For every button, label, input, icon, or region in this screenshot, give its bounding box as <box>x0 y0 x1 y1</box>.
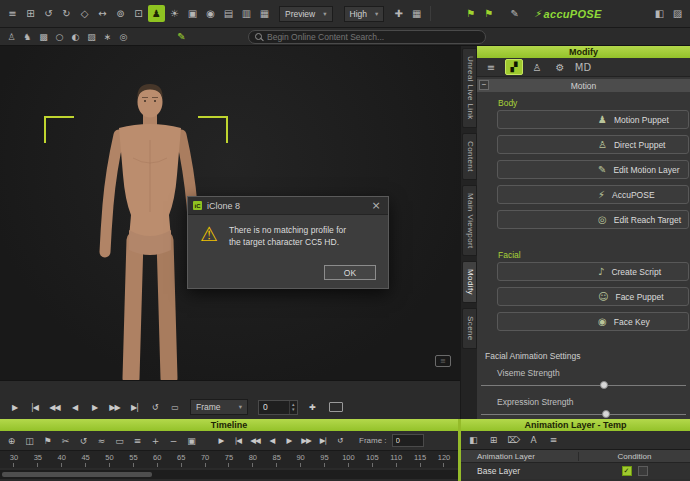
dock-panel-icon[interactable]: ◧ <box>651 5 668 22</box>
go-start-button[interactable]: |◀ <box>25 399 44 415</box>
step-down-icon[interactable]: ▾ <box>290 407 297 413</box>
fast-forward-button[interactable]: ▶▶ <box>105 399 124 415</box>
timeline-scrollbar-thumb[interactable] <box>2 472 152 477</box>
close-icon[interactable]: × <box>369 199 383 212</box>
timeline-scrollbar[interactable] <box>0 470 458 479</box>
collect-clip-icon[interactable]: ◫ <box>21 433 38 448</box>
break-clip-icon[interactable]: ✂ <box>57 433 74 448</box>
timeline-ruler[interactable]: 30 35 40 45 50 55 60 65 70 75 80 85 <box>0 451 458 468</box>
display-monitor-icon[interactable] <box>329 402 343 412</box>
tl-step-forward-button[interactable]: ▶ <box>281 433 297 449</box>
edit-reach-target-button[interactable]: ◎ Edit Reach Target <box>497 210 689 229</box>
create-script-button[interactable]: ♪ Create Script <box>497 262 689 281</box>
loop-button[interactable]: ↺ <box>145 399 164 415</box>
go-end-button[interactable]: ▶| <box>125 399 144 415</box>
tab-content[interactable]: Content <box>462 133 477 180</box>
motion-director-icon[interactable]: MD <box>574 59 592 75</box>
tl-play-button[interactable]: ▶ <box>213 433 229 449</box>
face-puppet-button[interactable]: ☺ Face Puppet <box>497 287 689 306</box>
render-icon[interactable]: ▣ <box>184 5 201 22</box>
timeline-header[interactable]: Timeline <box>0 419 458 431</box>
zoom-fit-icon[interactable]: ▣ <box>183 433 200 448</box>
expression-strength-slider[interactable]: Expression Strength <box>477 390 690 419</box>
tab-scene[interactable]: Scene <box>462 308 477 349</box>
keyframe-icon[interactable]: ✚ <box>303 399 322 415</box>
motion-icon[interactable]: ♞ <box>20 29 35 44</box>
preview-mode-dropdown[interactable]: Preview ▾ <box>279 6 333 22</box>
accupose-tool-icon[interactable]: ♟ <box>148 5 165 22</box>
material-icon[interactable]: ◐ <box>68 29 83 44</box>
condition-checkbox-empty[interactable] <box>638 466 648 476</box>
tl-go-end-button[interactable]: ▶| <box>315 433 331 449</box>
flag-icon-2[interactable]: ⚑ <box>480 5 497 22</box>
add-track-icon[interactable]: ⊕ <box>3 433 20 448</box>
viewport-3d[interactable]: ≡ iC iClone 8 × ⚠ There is no matching p… <box>0 46 460 380</box>
online-content-search[interactable] <box>248 30 486 44</box>
stepper-arrows[interactable]: ▴ ▾ <box>289 401 297 414</box>
viseme-strength-slider[interactable]: Viseme Strength <box>477 361 690 390</box>
animation-tab-icon[interactable]: ▞ <box>505 59 523 75</box>
slider-track[interactable] <box>481 380 686 390</box>
quality-dropdown[interactable]: High ▾ <box>344 6 385 22</box>
particle-icon[interactable]: ∗ <box>100 29 115 44</box>
step-back-button[interactable]: ◀ <box>65 399 84 415</box>
pen-icon[interactable]: ✎ <box>506 5 523 22</box>
current-frame-stepper[interactable]: ▴ ▾ <box>258 400 298 415</box>
add-object-icon[interactable]: ✚ <box>390 5 407 22</box>
frame-mode-dropdown[interactable]: Frame ▾ <box>190 399 248 415</box>
step-forward-button[interactable]: ▶ <box>85 399 104 415</box>
full-screen-icon[interactable]: ▨ <box>669 5 686 22</box>
delete-layer-icon[interactable]: ⌦ <box>505 433 522 448</box>
edit-motion-layer-button[interactable]: ✎ Edit Motion Layer <box>497 160 689 179</box>
tab-unreal-live-link[interactable]: Unreal Live Link <box>462 48 477 128</box>
flag-icon-1[interactable]: ⚑ <box>462 5 479 22</box>
timeline-frame-input[interactable] <box>392 434 424 447</box>
slider-track[interactable] <box>481 409 686 419</box>
play-button[interactable]: ▶ <box>5 399 24 415</box>
animation-layer-row[interactable]: Base Layer ✓ <box>461 463 690 479</box>
panel-preset-icon-2[interactable]: ▥ <box>238 5 255 22</box>
content-pen-icon[interactable]: ✎ <box>173 28 190 45</box>
menu-icon[interactable]: ≡ <box>4 5 21 22</box>
search-input[interactable] <box>267 32 479 42</box>
tl-fast-back-button[interactable]: ◀◀ <box>247 433 263 449</box>
tl-loop-button[interactable]: ↺ <box>332 433 348 449</box>
physics-icon[interactable]: ◎ <box>116 29 131 44</box>
dialog-title-bar[interactable]: iC iClone 8 × <box>188 197 388 215</box>
tl-go-start-button[interactable]: |◀ <box>230 433 246 449</box>
layer-stack-icon[interactable]: ◧ <box>465 433 482 448</box>
redo-icon[interactable]: ↻ <box>58 5 75 22</box>
motion-puppet-button[interactable]: ♟ Motion Puppet <box>497 110 689 129</box>
accupose-button[interactable]: ⚡ AccuPOSE <box>497 185 689 204</box>
camera-icon[interactable]: ◉ <box>202 5 219 22</box>
speed-icon[interactable]: ≈ <box>93 433 110 448</box>
condition-checkbox-checked[interactable]: ✓ <box>622 466 632 476</box>
loop-clip-icon[interactable]: ↺ <box>75 433 92 448</box>
prop-icon[interactable]: ▩ <box>36 29 51 44</box>
auto-key-icon[interactable]: A <box>525 433 542 448</box>
settings-tab-icon[interactable]: ⚙ <box>551 59 569 75</box>
object-track-icon[interactable]: ▭ <box>111 433 128 448</box>
zoom-in-icon[interactable]: + <box>147 433 164 448</box>
viewport-info-icon[interactable]: ≡ <box>435 355 451 367</box>
direct-puppet-button[interactable]: ♙ Direct Puppet <box>497 135 689 154</box>
avatar-tab-icon[interactable]: ♙ <box>528 59 546 75</box>
tl-fast-forward-button[interactable]: ▶▶ <box>298 433 314 449</box>
snap-grid-icon[interactable]: ▦ <box>408 5 425 22</box>
workspace-icon[interactable]: ⊞ <box>22 5 39 22</box>
move-tool-icon[interactable]: ↔ <box>94 5 111 22</box>
tab-main-viewport[interactable]: Main Viewport <box>462 185 477 257</box>
rotate-tool-icon[interactable]: ⊚ <box>112 5 129 22</box>
select-tool-icon[interactable]: ◇ <box>76 5 93 22</box>
fast-back-button[interactable]: ◀◀ <box>45 399 64 415</box>
range-button[interactable]: ▭ <box>165 399 184 415</box>
texture-icon[interactable]: ▨ <box>84 29 99 44</box>
scale-tool-icon[interactable]: ⊡ <box>130 5 147 22</box>
avatar-icon[interactable]: ♙ <box>4 29 19 44</box>
marker-icon[interactable]: ⚑ <box>39 433 56 448</box>
collapse-section-button[interactable]: − <box>479 80 489 90</box>
track-list-icon[interactable]: ≡ <box>129 433 146 448</box>
face-key-button[interactable]: ◉ Face Key <box>497 312 689 331</box>
accessory-icon[interactable]: ○ <box>52 29 67 44</box>
current-frame-input[interactable] <box>259 402 289 412</box>
